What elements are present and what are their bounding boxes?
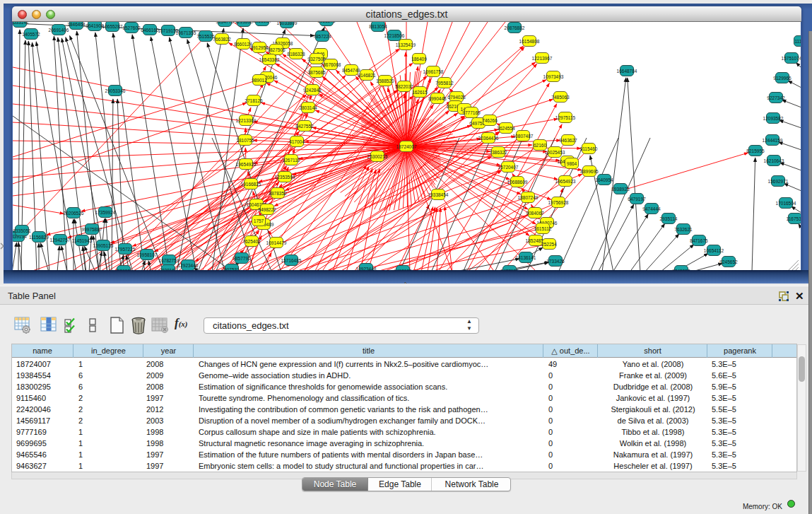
- svg-text:19166825: 19166825: [241, 182, 261, 187]
- svg-text:252254: 252254: [541, 242, 557, 247]
- svg-text:10654112: 10654112: [704, 248, 724, 253]
- svg-text:2935114: 2935114: [660, 216, 678, 221]
- svg-text:15720407: 15720407: [498, 165, 519, 170]
- svg-text:5498222: 5498222: [258, 207, 276, 212]
- svg-text:23676068: 23676068: [321, 62, 341, 67]
- svg-text:10688609: 10688609: [507, 180, 528, 185]
- svg-text:16914479: 16914479: [266, 240, 287, 245]
- svg-text:10655287: 10655287: [102, 24, 123, 29]
- svg-text:7386322: 7386322: [489, 150, 507, 155]
- svg-text:7625402: 7625402: [242, 239, 261, 244]
- svg-text:19654925: 19654925: [236, 162, 257, 167]
- svg-text:10807487: 10807487: [513, 134, 534, 139]
- svg-text:12353594: 12353594: [275, 175, 295, 180]
- svg-text:1065276: 1065276: [317, 22, 336, 23]
- svg-text:1588520: 1588520: [376, 78, 394, 83]
- svg-text:20206526: 20206526: [64, 211, 84, 216]
- svg-text:19654923: 19654923: [555, 179, 576, 184]
- svg-text:53902: 53902: [117, 269, 130, 271]
- svg-text:12093582: 12093582: [763, 116, 784, 121]
- svg-text:2335051: 2335051: [13, 228, 31, 233]
- svg-text:16210643: 16210643: [764, 158, 784, 163]
- svg-text:20691406: 20691406: [49, 28, 69, 33]
- svg-text:99975887: 99975887: [82, 227, 102, 232]
- svg-text:989012: 989012: [252, 78, 267, 83]
- svg-text:16782759: 16782759: [159, 258, 180, 263]
- svg-text:11156829: 11156829: [29, 235, 49, 240]
- svg-text:9474444: 9474444: [642, 206, 661, 211]
- svg-text:15716485: 15716485: [281, 258, 302, 263]
- svg-text:12218506: 12218506: [384, 33, 405, 38]
- svg-text:9154776: 9154776: [216, 22, 234, 24]
- svg-text:2718126: 2718126: [245, 98, 263, 103]
- svg-text:1810755: 1810755: [236, 138, 254, 143]
- svg-text:15751074: 15751074: [782, 56, 801, 61]
- svg-text:1757: 1757: [254, 218, 264, 223]
- svg-text:25300215: 25300215: [367, 154, 388, 159]
- svg-text:3267110: 3267110: [283, 158, 300, 163]
- svg-text:8471675: 8471675: [690, 238, 708, 243]
- svg-text:8427552: 8427552: [295, 124, 314, 129]
- svg-text:1527602: 1527602: [122, 25, 141, 30]
- svg-text:20364436: 20364436: [478, 136, 499, 141]
- svg-text:18807249: 18807249: [518, 195, 539, 200]
- svg-text:907531: 907531: [224, 267, 240, 271]
- svg-text:9463627: 9463627: [559, 138, 577, 143]
- svg-text:9227342: 9227342: [767, 95, 785, 100]
- svg-text:18724007: 18724007: [396, 144, 417, 149]
- svg-text:10025453: 10025453: [545, 150, 565, 155]
- svg-text:1167533: 1167533: [787, 216, 801, 221]
- svg-text:20876882: 20876882: [505, 25, 525, 30]
- svg-text:10973493: 10973493: [543, 74, 564, 79]
- svg-text:9084067: 9084067: [526, 211, 544, 216]
- svg-text:7663822: 7663822: [213, 37, 231, 42]
- svg-text:14136141: 14136141: [516, 255, 536, 260]
- svg-text:9327508: 9327508: [307, 57, 326, 62]
- svg-text:11325419: 11325419: [396, 42, 416, 47]
- svg-text:12923446: 12923446: [178, 263, 199, 268]
- svg-text:8215955: 8215955: [746, 148, 765, 153]
- svg-text:3875685: 3875685: [307, 70, 326, 75]
- svg-text:162615: 162615: [412, 90, 428, 95]
- svg-text:7632621: 7632621: [674, 227, 693, 232]
- svg-text:62160: 62160: [534, 143, 546, 148]
- svg-text:19756928: 19756928: [548, 200, 569, 205]
- svg-text:12213967: 12213967: [532, 56, 553, 61]
- svg-text:10671355: 10671355: [176, 30, 196, 35]
- svg-text:12444159: 12444159: [763, 138, 783, 143]
- svg-text:12942757: 12942757: [50, 238, 71, 243]
- svg-text:8186328: 8186328: [287, 52, 305, 57]
- svg-text:17957225: 17957225: [115, 247, 136, 252]
- svg-text:16961758: 16961758: [423, 69, 444, 74]
- svg-text:8912954: 8912954: [250, 45, 269, 50]
- svg-text:8454749: 8454749: [342, 68, 360, 73]
- svg-text:5822037: 5822037: [395, 84, 413, 89]
- svg-text:2533141: 2533141: [13, 22, 29, 25]
- svg-text:8899695: 8899695: [580, 169, 599, 174]
- svg-text:1640954: 1640954: [595, 177, 613, 182]
- svg-text:9129966: 9129966: [773, 76, 792, 81]
- svg-text:12975115: 12975115: [555, 115, 576, 120]
- svg-text:17016504: 17016504: [776, 201, 796, 206]
- svg-text:6466160: 6466160: [141, 28, 159, 33]
- svg-text:29053346: 29053346: [105, 88, 126, 93]
- svg-text:83816: 83816: [162, 268, 175, 271]
- svg-text:7857224: 7857224: [313, 34, 331, 39]
- svg-text:8813054: 8813054: [369, 24, 387, 29]
- svg-text:7955812: 7955812: [435, 81, 454, 86]
- svg-text:8938923: 8938923: [611, 187, 630, 192]
- svg-text:186409: 186409: [411, 57, 427, 62]
- svg-text:7485063: 7485063: [551, 95, 570, 100]
- svg-text:1733426: 1733426: [546, 259, 565, 264]
- svg-text:6479197: 6479197: [628, 197, 646, 201]
- svg-text:1405572: 1405572: [22, 32, 40, 37]
- svg-text:9463628: 9463628: [394, 269, 412, 271]
- svg-text:2053184: 2053184: [253, 22, 271, 23]
- svg-text:8878352: 8878352: [269, 191, 287, 196]
- svg-text:1615112: 1615112: [534, 226, 552, 231]
- svg-text:9777169: 9777169: [462, 110, 481, 115]
- svg-text:16033809: 16033809: [277, 22, 298, 25]
- svg-text:9827506: 9827506: [267, 47, 286, 52]
- svg-text:746266: 746266: [482, 118, 498, 123]
- svg-text:9857791: 9857791: [233, 256, 251, 261]
